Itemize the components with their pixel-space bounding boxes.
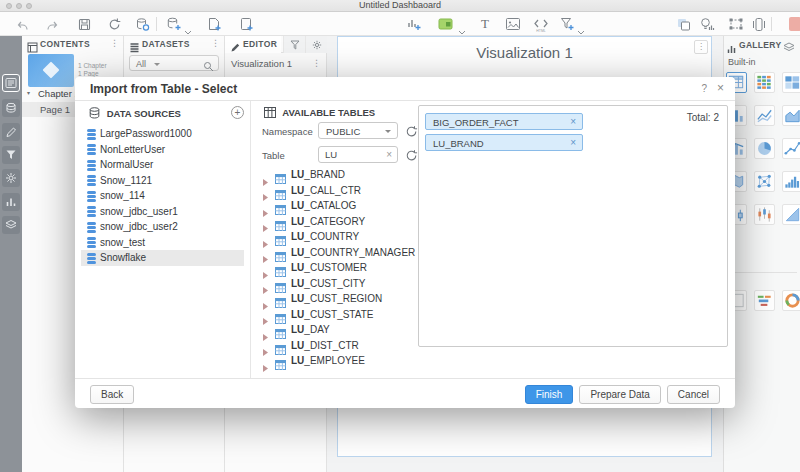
- sidebar-item-datasets[interactable]: [2, 99, 20, 117]
- notifications-icon[interactable]: [789, 17, 800, 31]
- add-dataset-icon[interactable]: [166, 16, 182, 32]
- table-filter-field[interactable]: ×: [318, 146, 398, 163]
- gallery-item-colored-grid[interactable]: [754, 72, 775, 93]
- refresh-icon[interactable]: [106, 16, 122, 32]
- data-source-item[interactable]: Snow_1121: [81, 173, 244, 189]
- tab-filter[interactable]: [283, 36, 305, 53]
- data-source-item[interactable]: snow_test: [81, 235, 244, 251]
- gallery-item-donut[interactable]: [782, 290, 800, 311]
- gallery-item-pie-chart[interactable]: [754, 138, 775, 159]
- insert-html-icon[interactable]: HTML: [533, 16, 549, 32]
- chevron-down-icon[interactable]: [154, 63, 160, 66]
- remove-chip-icon[interactable]: ×: [570, 137, 576, 148]
- data-source-label: NonLetterUser: [100, 144, 165, 155]
- sidebar-item-layers[interactable]: [2, 216, 20, 234]
- tab-editor[interactable]: EDITOR: [225, 36, 281, 53]
- table-name-label: LU_COUNTRY_MANAGER: [291, 247, 415, 258]
- line-chart-icon: [755, 106, 774, 125]
- sidebar-item-format[interactable]: [2, 123, 20, 141]
- editor-item-menu-icon[interactable]: ⋮: [312, 58, 321, 68]
- table-name-label: LU_CATALOG: [291, 200, 356, 211]
- gallery-item-heat-grid[interactable]: [782, 72, 800, 93]
- tab-settings[interactable]: [305, 36, 327, 53]
- gallery-item-line-chart[interactable]: [754, 105, 775, 126]
- candlestick-icon: [755, 205, 774, 224]
- data-source-item[interactable]: snow_jdbc_user2: [81, 219, 244, 235]
- gallery-icon: [727, 40, 737, 58]
- gallery-layers-icon[interactable]: [783, 39, 795, 57]
- data-source-item[interactable]: snow_jdbc_user1: [81, 204, 244, 220]
- import-from-table-dialog: Import from Table - Select ? × DATA SOUR…: [75, 77, 735, 408]
- table-name-label: LU_CUST_REGION: [291, 293, 382, 304]
- data-source-label: NormalUser: [100, 159, 153, 170]
- sidebar-item-settings[interactable]: [2, 169, 20, 187]
- data-source-item[interactable]: Snowflake: [81, 250, 244, 266]
- heat-grid-icon: [783, 73, 800, 92]
- save-icon[interactable]: [76, 16, 92, 32]
- cancel-button[interactable]: Cancel: [667, 385, 720, 404]
- datasets-search-box[interactable]: All: [129, 55, 219, 71]
- gallery-custom-grid: [726, 290, 800, 311]
- add-visualization-icon[interactable]: [406, 16, 422, 32]
- colored-grid-icon: [755, 73, 774, 92]
- insights-icon[interactable]: [699, 16, 715, 32]
- gallery-item-trend-chart[interactable]: [782, 138, 800, 159]
- datasets-filter-dropdown[interactable]: All: [136, 59, 146, 69]
- refresh-tables-icon[interactable]: [405, 148, 418, 166]
- datasets-panel-menu-icon[interactable]: ⋮: [211, 38, 220, 48]
- add-data-source-button[interactable]: +: [231, 106, 244, 119]
- gallery-item-funnel[interactable]: [782, 204, 800, 225]
- new-page-icon[interactable]: [206, 16, 222, 32]
- close-icon[interactable]: ×: [717, 81, 724, 95]
- search-icon[interactable]: [203, 58, 214, 76]
- gallery-item-candlestick[interactable]: [754, 204, 775, 225]
- gallery-item-word-cloud[interactable]: [754, 290, 775, 311]
- finish-button[interactable]: Finish: [525, 385, 574, 404]
- table-filter-input[interactable]: [325, 148, 383, 161]
- help-icon[interactable]: ?: [701, 83, 707, 94]
- selector-icon[interactable]: [728, 16, 744, 32]
- insert-panel-icon[interactable]: [438, 16, 454, 32]
- new-document-icon[interactable]: [238, 16, 254, 32]
- table-name-label: LU_DIST_CTR: [291, 340, 359, 351]
- selected-table-chip[interactable]: LU_BRAND×: [425, 134, 583, 151]
- data-source-item[interactable]: NonLetterUser: [81, 142, 244, 158]
- table-label: Table: [262, 150, 285, 161]
- back-button[interactable]: Back: [90, 385, 134, 404]
- expand-icon[interactable]: [263, 358, 268, 376]
- clear-icon[interactable]: ×: [386, 149, 392, 160]
- sidebar-item-filter[interactable]: [2, 146, 20, 164]
- data-source-item[interactable]: NormalUser: [81, 157, 244, 173]
- sidebar-item-visualizations[interactable]: [2, 193, 20, 211]
- table-item[interactable]: LU_EMPLOYEE: [261, 353, 491, 369]
- database-icon: [89, 107, 100, 119]
- selected-table-chip[interactable]: BIG_ORDER_FACT×: [425, 113, 583, 130]
- data-source-label: snow_jdbc_user2: [100, 221, 178, 232]
- add-filter-icon[interactable]: [559, 16, 575, 32]
- refresh-namespace-icon[interactable]: [405, 124, 418, 142]
- collapse-chevron-icon[interactable]: ▾: [27, 89, 30, 96]
- duplicate-icon[interactable]: [676, 16, 692, 32]
- database-settings-icon[interactable]: [134, 16, 150, 32]
- page-thumbnail[interactable]: [28, 54, 74, 87]
- device-preview-icon[interactable]: [751, 16, 767, 32]
- namespace-select[interactable]: PUBLIC: [318, 122, 398, 139]
- undo-icon[interactable]: [14, 16, 30, 32]
- namespace-label: Namespace: [262, 126, 313, 137]
- sidebar-item-contents[interactable]: [2, 74, 20, 92]
- data-source-item[interactable]: snow_114: [81, 188, 244, 204]
- prepare-data-button[interactable]: Prepare Data: [579, 385, 660, 404]
- data-source-item[interactable]: LargePassword1000: [81, 126, 244, 142]
- contents-panel-menu-icon[interactable]: ⋮: [110, 38, 119, 48]
- gallery-divider: [727, 272, 797, 273]
- insert-text-icon[interactable]: T: [477, 16, 493, 32]
- window-title: Untitled Dashbaoard: [0, 0, 800, 11]
- remove-chip-icon[interactable]: ×: [570, 116, 576, 127]
- insert-image-icon[interactable]: [505, 16, 521, 32]
- redo-icon[interactable]: [44, 16, 60, 32]
- toolbar-separator: [156, 17, 157, 31]
- gallery-item-area-chart[interactable]: [782, 105, 800, 126]
- gallery-item-network[interactable]: [754, 171, 775, 192]
- visualization-menu-icon[interactable]: ⋮: [694, 40, 708, 54]
- gallery-item-histogram[interactable]: [782, 171, 800, 192]
